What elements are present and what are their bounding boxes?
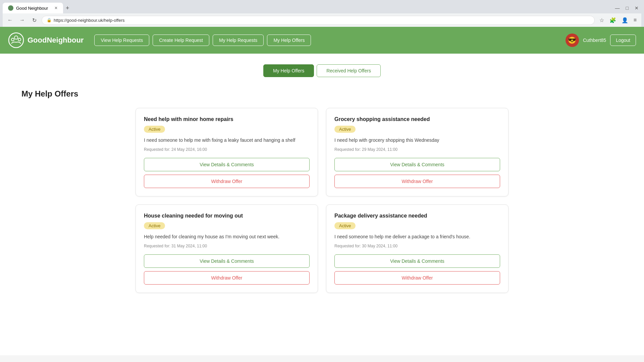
lock-icon: 🔒 — [47, 18, 52, 22]
star-button[interactable]: ☆ — [597, 16, 606, 25]
help-card: Grocery shopping assistance needed Activ… — [326, 108, 508, 196]
status-badge: Active — [144, 222, 165, 229]
svg-point-3 — [18, 38, 21, 41]
maximize-button[interactable]: □ — [623, 4, 631, 12]
tab-switcher: My Help Offers Received Help Offers — [8, 64, 636, 77]
view-details-button[interactable]: View Details & Comments — [334, 254, 500, 268]
view-details-button[interactable]: View Details & Comments — [144, 158, 310, 171]
help-card: Package delivery assistance needed Activ… — [326, 204, 508, 293]
back-button[interactable]: ← — [5, 15, 15, 25]
withdraw-offer-button[interactable]: Withdraw Offer — [144, 175, 310, 188]
header-right: 😎 Cuthbert85 Logout — [566, 34, 636, 47]
card-title: Grocery shopping assistance needed — [334, 116, 500, 122]
tab-my-help-offers[interactable]: My Help Offers — [263, 64, 314, 77]
withdraw-offer-button[interactable]: Withdraw Offer — [334, 271, 500, 285]
help-card: Need help with minor home repairs Active… — [136, 108, 318, 196]
window-controls: — □ ✕ — [612, 4, 641, 12]
logo-icon — [8, 32, 24, 48]
card-title: Need help with minor home repairs — [144, 116, 310, 122]
svg-point-0 — [9, 33, 23, 48]
card-date: Requested for: 30 May 2024, 11:00 — [334, 244, 500, 248]
close-window-button[interactable]: ✕ — [632, 4, 641, 12]
username: Cuthbert85 — [583, 38, 606, 43]
url-text: https://good-neighbour.uk/help-offers — [54, 18, 125, 23]
status-badge: Active — [144, 126, 165, 133]
profile-button[interactable]: 👤 — [620, 16, 630, 25]
app-header: GoodNeighbour View Help Requests Create … — [0, 27, 644, 54]
browser-tab[interactable]: Good Neighbour ✕ — [3, 3, 63, 13]
svg-point-2 — [11, 38, 14, 41]
menu-button[interactable]: ≡ — [632, 16, 639, 25]
withdraw-offer-button[interactable]: Withdraw Offer — [334, 175, 500, 188]
withdraw-offer-button[interactable]: Withdraw Offer — [144, 271, 310, 285]
close-tab-button[interactable]: ✕ — [54, 6, 58, 10]
card-date: Requested for: 24 May 2024, 16:00 — [144, 147, 310, 152]
status-badge: Active — [334, 222, 356, 229]
tab-title: Good Neighbour — [16, 6, 48, 11]
card-date: Requested for: 29 May 2024, 11:00 — [334, 147, 500, 152]
avatar: 😎 — [566, 34, 579, 47]
status-badge: Active — [334, 126, 356, 133]
card-description: I need help with grocery shopping this W… — [334, 137, 500, 144]
view-help-requests-nav-button[interactable]: View Help Requests — [94, 35, 149, 46]
view-details-button[interactable]: View Details & Comments — [144, 254, 310, 268]
new-tab-button[interactable]: + — [63, 3, 72, 13]
header-left: GoodNeighbour View Help Requests Create … — [8, 32, 311, 48]
cards-grid: Need help with minor home repairs Active… — [127, 108, 517, 293]
my-help-requests-nav-button[interactable]: My Help Requests — [213, 35, 264, 46]
minimize-button[interactable]: — — [612, 4, 623, 12]
my-help-offers-nav-button[interactable]: My Help Offers — [267, 35, 311, 46]
browser-actions: ☆ 🧩 👤 ≡ — [597, 16, 639, 25]
help-card: House cleaning needed for moving out Act… — [136, 204, 318, 293]
browser-chrome: Good Neighbour ✕ + — □ ✕ ← → ↻ 🔒 https:/… — [0, 0, 644, 27]
logo-area: GoodNeighbour — [8, 32, 84, 48]
card-description: I need someone to help me with fixing a … — [144, 137, 310, 144]
view-details-button[interactable]: View Details & Comments — [334, 158, 500, 171]
logout-button[interactable]: Logout — [610, 35, 636, 46]
tab-favicon — [8, 5, 13, 11]
card-date: Requested for: 31 May 2024, 11:00 — [144, 244, 310, 248]
card-title: Package delivery assistance needed — [334, 213, 500, 219]
forward-button[interactable]: → — [17, 15, 27, 25]
card-title: House cleaning needed for moving out — [144, 213, 310, 219]
extensions-button[interactable]: 🧩 — [607, 16, 618, 25]
main-content: My Help Offers Received Help Offers My H… — [0, 54, 644, 355]
card-description: Help needed for cleaning my house as I'm… — [144, 233, 310, 240]
refresh-button[interactable]: ↻ — [30, 15, 39, 25]
avatar-emoji: 😎 — [568, 36, 576, 44]
tab-received-help-offers[interactable]: Received Help Offers — [317, 64, 381, 77]
logo-text: GoodNeighbour — [28, 36, 84, 45]
create-help-request-nav-button[interactable]: Create Help Request — [153, 35, 209, 46]
nav-buttons: View Help Requests Create Help Request M… — [94, 35, 311, 46]
svg-point-1 — [14, 36, 18, 39]
address-bar[interactable]: 🔒 https://good-neighbour.uk/help-offers — [42, 16, 595, 25]
page-title: My Help Offers — [8, 89, 636, 99]
browser-toolbar: ← → ↻ 🔒 https://good-neighbour.uk/help-o… — [3, 13, 641, 27]
card-description: I need someone to help me deliver a pack… — [334, 233, 500, 240]
